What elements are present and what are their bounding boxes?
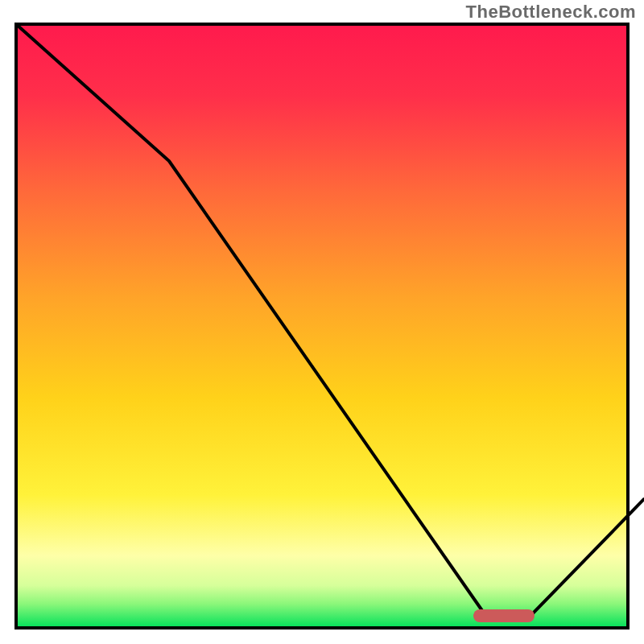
minimum-marker (473, 609, 535, 622)
chart-canvas: TheBottleneck.com (0, 0, 644, 644)
watermark-text: TheBottleneck.com (466, 2, 636, 23)
plot-area (16, 24, 628, 628)
chart-svg (0, 0, 644, 644)
